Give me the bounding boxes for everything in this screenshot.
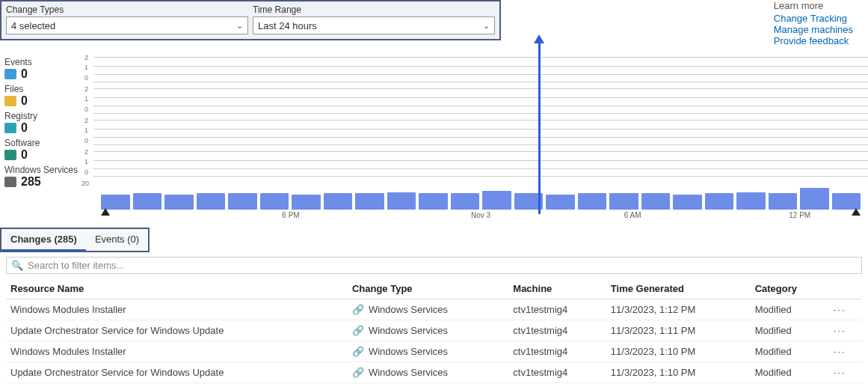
bar [133, 193, 162, 210]
x-axis: 6 PM Nov 3 6 AM 12 PM [101, 210, 861, 223]
stat-value: 0 [21, 67, 28, 81]
stats-sidebar: Events 0Files 0Registry 0Software 0Windo… [0, 57, 93, 223]
bar [260, 193, 289, 210]
time-range-value: Last 24 hours [258, 20, 317, 31]
charts-area: 21021021021020 6 PM Nov 3 6 AM 12 PM [93, 57, 868, 223]
cell-time: 11/3/2023, 1:10 PM [606, 362, 751, 383]
link-change-tracking[interactable]: Change Tracking [774, 13, 853, 24]
services-icon: 🔗 [352, 367, 364, 378]
bar [769, 193, 798, 210]
time-range-select[interactable]: Last 24 hours ⌄ [253, 16, 495, 34]
cell-resource-name: Windows Modules Installer [6, 299, 348, 320]
chevron-down-icon: ⌄ [236, 21, 243, 31]
sparkline-events[interactable]: 210 [93, 57, 868, 82]
cell-machine: ctv1testmig4 [508, 320, 606, 341]
cell-time: 11/3/2023, 1:12 PM [606, 299, 751, 320]
learn-more-panel: Learn more Change Tracking Manage machin… [774, 0, 853, 46]
bar [355, 193, 384, 210]
column-header[interactable]: Resource Name [6, 278, 348, 299]
cell-resource-name: Windows Modules Installer [6, 341, 348, 362]
cell-resource-name: Update Orchestrator Service for Windows … [6, 362, 348, 383]
cell-time: 11/3/2023, 1:10 PM [606, 341, 751, 362]
bar [609, 193, 638, 210]
link-manage-machines[interactable]: Manage machines [774, 24, 853, 35]
stat-label: Software [4, 138, 93, 148]
range-handle-left[interactable] [101, 208, 110, 216]
time-marker-arrow [538, 42, 541, 214]
bar [419, 193, 448, 210]
bar [164, 195, 194, 210]
cell-change-type: Windows Services [369, 367, 448, 378]
services-icon: 🔗 [352, 325, 364, 336]
column-header[interactable]: Time Generated [606, 278, 751, 299]
search-input[interactable]: 🔍 Search to filter items... [6, 257, 862, 274]
row-actions-button[interactable]: ··· [829, 341, 862, 362]
registry-icon [4, 123, 16, 133]
cell-category: Modified [751, 362, 829, 383]
stat-label: Registry [4, 111, 93, 121]
table-row[interactable]: Windows Modules Installer 🔗Windows Servi… [6, 341, 862, 362]
cell-machine: ctv1testmig4 [508, 341, 606, 362]
cell-change-type: Windows Services [369, 346, 448, 357]
cell-change-type: Windows Services [369, 325, 448, 336]
bar-chart-windows-services[interactable]: 20 [93, 183, 868, 210]
events-icon [4, 69, 16, 79]
column-header[interactable]: Change Type [348, 278, 508, 299]
table-row[interactable]: Windows Modules Installer 🔗Windows Servi… [6, 299, 862, 320]
table-row[interactable]: Update Orchestrator Service for Windows … [6, 362, 862, 383]
chevron-down-icon: ⌄ [483, 21, 490, 31]
sparkline-registry[interactable]: 210 [93, 120, 868, 145]
sparkline-software[interactable]: 210 [93, 151, 868, 177]
bar [673, 195, 702, 210]
cell-machine: ctv1testmig4 [508, 362, 606, 383]
stat-value: 0 [21, 121, 28, 135]
change-types-label: Change Types [6, 4, 248, 15]
bar [387, 192, 416, 210]
stat-value: 0 [21, 94, 28, 108]
stat-label: Files [4, 84, 93, 94]
cell-time: 11/3/2023, 1:11 PM [606, 320, 751, 341]
bar [451, 193, 480, 210]
search-icon: 🔍 [11, 260, 23, 271]
column-header[interactable]: Category [751, 278, 829, 299]
change-types-select[interactable]: 4 selected ⌄ [6, 16, 248, 34]
cell-resource-name: Update Orchestrator Service for Windows … [6, 320, 348, 341]
bar [324, 193, 353, 210]
column-header[interactable]: Machine [508, 278, 606, 299]
bar [832, 193, 861, 210]
stat-label: Windows Services [4, 165, 93, 175]
changes-table: Resource NameChange TypeMachineTime Gene… [6, 278, 862, 383]
cell-machine: ctv1testmig4 [508, 299, 606, 320]
cell-category: Modified [751, 320, 829, 341]
table-row[interactable]: Update Orchestrator Service for Windows … [6, 320, 862, 341]
software-icon [4, 150, 16, 160]
cell-category: Modified [751, 299, 829, 320]
services-icon: 🔗 [352, 346, 364, 357]
search-placeholder: Search to filter items... [28, 260, 124, 271]
cell-change-type: Windows Services [369, 304, 448, 315]
bar [546, 195, 575, 210]
time-range-label: Time Range [253, 4, 495, 15]
learn-more-heading: Learn more [774, 0, 853, 11]
row-actions-button[interactable]: ··· [829, 362, 862, 383]
bar [800, 188, 829, 210]
tab-events[interactable]: Events (0) [86, 229, 148, 251]
range-handle-right[interactable] [852, 208, 861, 216]
link-provide-feedback[interactable]: Provide feedback [774, 35, 853, 46]
stat-value: 285 [21, 175, 41, 189]
tab-changes[interactable]: Changes (285) [1, 229, 86, 251]
row-actions-button[interactable]: ··· [829, 299, 862, 320]
cell-category: Modified [751, 341, 829, 362]
bar [705, 193, 734, 210]
stat-value: 0 [21, 148, 28, 162]
bar [292, 195, 321, 210]
bar [736, 192, 766, 210]
stat-label: Events [4, 57, 93, 67]
filter-bar: Change Types 4 selected ⌄ Time Range Las… [0, 0, 501, 40]
row-actions-button[interactable]: ··· [829, 320, 862, 341]
bar [641, 193, 671, 210]
bar [482, 191, 511, 210]
sparkline-files[interactable]: 210 [93, 88, 868, 114]
services-icon: 🔗 [352, 304, 364, 315]
bar [197, 193, 226, 210]
